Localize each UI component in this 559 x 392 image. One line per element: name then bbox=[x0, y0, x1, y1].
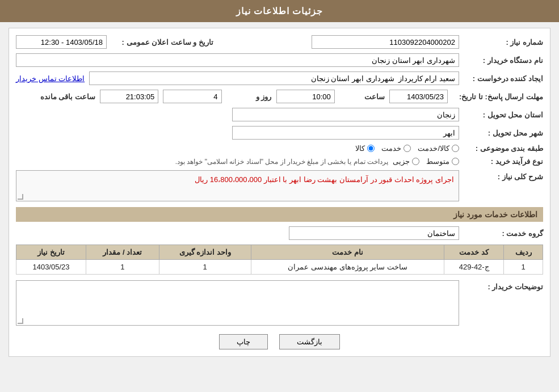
ostan-input[interactable] bbox=[232, 108, 459, 121]
sharh-text: اجرای پروژه احداث قبور در آرامستان بهشت … bbox=[195, 175, 454, 184]
baghimande-label: ساعت باقی مانده bbox=[16, 92, 95, 101]
cell-vahed: 1 bbox=[159, 260, 251, 275]
main-content: شماره نیاز : تاریخ و ساعت اعلان عمومی : … bbox=[9, 28, 550, 357]
khidmat-section-header: اطلاعات خدمات مورد نیاز bbox=[16, 207, 543, 222]
col-tarikh: تاریخ نیاز bbox=[16, 245, 86, 260]
back-button[interactable]: بازگشت bbox=[279, 334, 340, 349]
ijad-input[interactable] bbox=[89, 71, 459, 85]
tarikh-input[interactable] bbox=[16, 35, 107, 49]
col-vahed: واحد اندازه گیری bbox=[159, 245, 251, 260]
cell-kod: ج-42-429 bbox=[444, 260, 504, 275]
resize-handle bbox=[18, 194, 23, 200]
shomare-niaz-input[interactable] bbox=[312, 35, 459, 49]
mohlat-date-input[interactable] bbox=[389, 90, 448, 103]
grooh-input[interactable] bbox=[289, 226, 459, 240]
cell-nam: ساخت سایر پروژه‌های مهندسی عمران bbox=[251, 260, 444, 275]
radio-kala-label: کالا bbox=[355, 144, 365, 153]
tawzih-box[interactable] bbox=[16, 280, 459, 326]
saat-label: ساعت bbox=[339, 92, 385, 101]
namdastgah-row: نام دستگاه خریدار : bbox=[16, 53, 543, 67]
purchase-note: پرداخت تمام یا بخشی از مبلغ خریدار از مح… bbox=[175, 158, 388, 166]
page-wrapper: جزئیات اطلاعات نیاز شماره نیاز : تاریخ و… bbox=[0, 0, 559, 392]
shahr-input[interactable] bbox=[232, 126, 459, 140]
radio-khidmat-label: خدمت bbox=[381, 144, 401, 153]
radio-motevaset-label: متوسط bbox=[426, 157, 449, 166]
tabaqe-row: طبقه بندی موضوعی : کالا/خدمت خدمت کالا bbox=[16, 144, 543, 153]
table-row: 1ج-42-429ساخت سایر پروژه‌های مهندسی عمرا… bbox=[16, 260, 543, 275]
noe-farayand-label: نوع فرآیند خرید : bbox=[464, 157, 543, 166]
tabaqe-radios: کالا/خدمت خدمت کالا bbox=[355, 144, 459, 153]
grooh-label: گروه خدمت : bbox=[464, 229, 543, 238]
col-nam: نام خدمت bbox=[251, 245, 444, 260]
baghimande-input[interactable] bbox=[100, 90, 158, 103]
footer-buttons: بازگشت چاپ bbox=[16, 334, 543, 349]
shahr-label: شهر محل تحویل : bbox=[464, 129, 543, 137]
radio-motevaset-input[interactable] bbox=[452, 158, 459, 165]
tarikh-label: تاریخ و ساعت اعلان عمومی : bbox=[111, 38, 213, 47]
radio-kala-khidmat-input[interactable] bbox=[452, 145, 459, 152]
namdastgah-input[interactable] bbox=[16, 53, 459, 67]
rooz-label: روز و bbox=[226, 92, 272, 101]
shomare-niaz-row: شماره نیاز : تاریخ و ساعت اعلان عمومی : bbox=[16, 35, 543, 49]
namdastgah-label: نام دستگاه خریدار : bbox=[464, 56, 543, 65]
mohlat-saat-input[interactable] bbox=[276, 90, 335, 103]
sharh-box[interactable]: اجرای پروژه احداث قبور در آرامستان بهشت … bbox=[16, 170, 459, 201]
shahr-row: شهر محل تحویل : bbox=[16, 126, 543, 140]
radio-jozvi[interactable]: جزیی bbox=[393, 157, 419, 166]
sharh-row: شرح کلی نیاز : اجرای پروژه احداث قبور در… bbox=[16, 170, 543, 201]
tabaqe-label: طبقه بندی موضوعی : bbox=[464, 144, 543, 153]
radio-khidmat[interactable]: خدمت bbox=[381, 144, 411, 153]
sharh-label: شرح کلی نیاز : bbox=[464, 170, 543, 181]
col-kod: کد خدمت bbox=[444, 245, 504, 260]
noe-farayand-row: نوع فرآیند خرید : متوسط جزیی پرداخت تمام… bbox=[16, 157, 543, 166]
ijad-row: ایجاد کننده درخواست : اطلاعات تماس خریدا… bbox=[16, 71, 543, 85]
shomare-niaz-label: شماره نیاز : bbox=[464, 38, 543, 47]
grooh-row: گروه خدمت : bbox=[16, 226, 543, 240]
tawzih-label: توضیحات خریدار : bbox=[464, 280, 543, 291]
page-header: جزئیات اطلاعات نیاز bbox=[0, 0, 559, 22]
cell-tarikh: 1403/05/23 bbox=[16, 260, 86, 275]
tawzih-row: توضیحات خریدار : bbox=[16, 280, 543, 326]
radio-kala[interactable]: کالا bbox=[355, 144, 375, 153]
ettelaat-link[interactable]: اطلاعات تماس خریدار bbox=[16, 74, 85, 83]
cell-radif: 1 bbox=[504, 260, 543, 275]
cell-tedad: 1 bbox=[86, 260, 159, 275]
radio-kala-khidmat-label: کالا/خدمت bbox=[418, 144, 449, 153]
print-button[interactable]: چاپ bbox=[219, 334, 268, 349]
services-table: ردیف کد خدمت نام خدمت واحد اندازه گیری ت… bbox=[16, 245, 543, 275]
radio-jozvi-label: جزیی bbox=[393, 157, 410, 166]
notes-resize-handle bbox=[18, 318, 23, 324]
radio-jozvi-input[interactable] bbox=[412, 158, 419, 165]
ijad-label: ایجاد کننده درخواست : bbox=[464, 74, 543, 83]
rooz-input[interactable] bbox=[163, 90, 221, 103]
radio-khidmat-input[interactable] bbox=[404, 145, 411, 152]
radio-motevaset[interactable]: متوسط bbox=[426, 157, 459, 166]
col-tedad: تعداد / مقدار bbox=[86, 245, 159, 260]
ostan-row: استان محل تحویل : bbox=[16, 108, 543, 121]
page-title: جزئیات اطلاعات نیاز bbox=[236, 6, 323, 16]
table-header-row: ردیف کد خدمت نام خدمت واحد اندازه گیری ت… bbox=[16, 245, 543, 260]
mohlat-row: مهلت ارسال پاسخ: تا تاریخ: ساعت روز و سا… bbox=[16, 90, 543, 103]
mohlat-label: مهلت ارسال پاسخ: تا تاریخ: bbox=[452, 92, 543, 101]
col-radif: ردیف bbox=[504, 245, 543, 260]
radio-kala-khidmat[interactable]: کالا/خدمت bbox=[418, 144, 459, 153]
radio-kala-input[interactable] bbox=[367, 145, 375, 152]
farayand-radios: متوسط جزیی bbox=[393, 157, 459, 166]
ostan-label: استان محل تحویل : bbox=[464, 111, 543, 119]
